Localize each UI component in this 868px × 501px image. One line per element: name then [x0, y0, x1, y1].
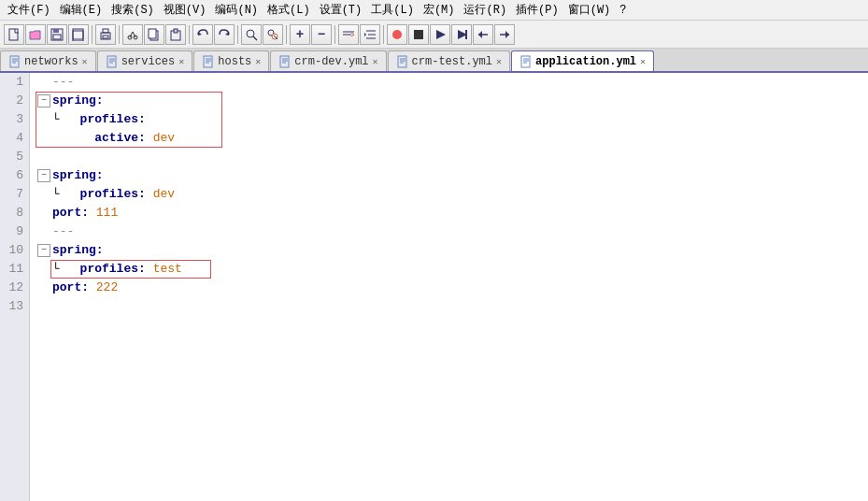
svg-marker-29 — [364, 33, 366, 36]
line11-val: test — [153, 260, 182, 279]
line-num-7: 7 — [6, 185, 23, 204]
line-num-12: 12 — [6, 279, 23, 297]
svg-rect-39 — [10, 56, 19, 67]
svg-rect-47 — [204, 56, 212, 67]
svg-rect-0 — [9, 29, 18, 40]
toolbar-sep6 — [334, 25, 335, 44]
svg-rect-3 — [53, 35, 61, 39]
toolbar-open[interactable] — [25, 24, 46, 45]
menu-macro[interactable]: 宏(M) — [420, 2, 459, 18]
tab-hosts-close[interactable]: ✕ — [255, 56, 261, 67]
toolbar-findreplace[interactable] — [263, 24, 283, 45]
toolbar-find[interactable] — [241, 24, 262, 45]
code-line-10: − spring: — [37, 241, 861, 260]
code-line-13 — [37, 297, 861, 316]
toolbar-sep4 — [237, 25, 238, 44]
svg-rect-16 — [174, 29, 178, 33]
line-num-3: 3 — [6, 110, 23, 129]
tab-crm-test-close[interactable]: ✕ — [496, 56, 502, 67]
code-line-2: − spring: — [37, 92, 861, 110]
tab-networks-close[interactable]: ✕ — [82, 56, 88, 67]
tab-services-label: services — [121, 55, 176, 68]
menu-plugins[interactable]: 插件(P) — [512, 2, 562, 18]
menu-view[interactable]: 视图(V) — [160, 2, 210, 18]
fold-icon-2[interactable]: − — [37, 94, 50, 107]
line-num-2: 2 — [6, 92, 23, 110]
menu-search[interactable]: 搜索(S) — [107, 2, 158, 18]
code-line-6: − spring: — [37, 166, 861, 185]
line-num-8: 8 — [6, 204, 23, 222]
toolbar-print[interactable] — [95, 24, 116, 45]
toolbar-zoom-in[interactable]: + — [290, 24, 310, 45]
fold-icon-10[interactable]: − — [37, 244, 50, 257]
toolbar-copy[interactable] — [144, 24, 164, 45]
toolbar-save[interactable] — [47, 24, 67, 45]
code-line-7: └ profiles: dev — [37, 185, 861, 204]
line4-indent — [52, 129, 58, 148]
tab-application-label: application.yml — [535, 55, 636, 68]
tab-crm-dev-close[interactable]: ✕ — [373, 56, 378, 67]
menu-run[interactable]: 运行(R) — [460, 2, 510, 18]
menu-window[interactable]: 窗口(W) — [564, 2, 615, 18]
line3-indent: └ — [52, 110, 58, 129]
tab-crm-dev-label: crm-dev.yml — [294, 55, 368, 68]
line-num-11: 11 — [6, 260, 23, 279]
tab-networks[interactable]: networks ✕ — [0, 50, 96, 71]
code-line-4: active: dev — [37, 129, 861, 148]
toolbar-macro-save[interactable] — [451, 24, 472, 45]
tab-services-close[interactable]: ✕ — [178, 56, 184, 67]
toolbar-saveall[interactable] — [68, 24, 89, 45]
menu-encode[interactable]: 编码(N) — [211, 2, 262, 18]
svg-point-30 — [392, 30, 402, 39]
toolbar-redo[interactable] — [214, 24, 235, 45]
svg-rect-43 — [107, 56, 116, 67]
editor-content: 1 2 3 4 5 6 7 8 9 10 11 12 13 --- — [0, 73, 868, 501]
tab-crm-test[interactable]: crm-test.yml ✕ — [388, 50, 510, 71]
toolbar-macro-play[interactable] — [430, 24, 450, 45]
line2-key: spring: — [52, 92, 104, 110]
line6-key: spring: — [52, 166, 104, 185]
menu-tools[interactable]: 工具(L) — [367, 2, 418, 18]
menu-format[interactable]: 格式(L) — [263, 2, 314, 18]
menu-settings[interactable]: 设置(T) — [316, 2, 366, 18]
code-line-12: port: 222 — [37, 279, 861, 297]
svg-point-19 — [247, 30, 254, 37]
fold-icon-6[interactable]: − — [37, 169, 50, 182]
line7-indent: └ — [52, 185, 58, 204]
toolbar-macro-rec[interactable] — [387, 24, 407, 45]
svg-rect-14 — [149, 29, 156, 38]
tab-application[interactable]: application.yml ✕ — [511, 50, 654, 71]
svg-rect-31 — [414, 30, 423, 39]
toolbar-zoom-out[interactable]: − — [311, 24, 332, 45]
tab-crm-dev[interactable]: crm-dev.yml ✕ — [270, 50, 386, 71]
toolbar-undo[interactable] — [192, 24, 213, 45]
toolbar-wrap[interactable] — [338, 24, 359, 45]
code-area[interactable]: --- − spring: └ profiles: active: dev — [30, 73, 868, 501]
line-num-13: 13 — [6, 297, 23, 316]
toolbar-cut[interactable] — [122, 24, 143, 45]
tab-application-close[interactable]: ✕ — [640, 56, 646, 67]
code-line-11: └ profiles: test — [37, 260, 861, 279]
toolbar-new[interactable] — [4, 24, 24, 45]
svg-rect-51 — [280, 56, 289, 67]
svg-marker-32 — [436, 30, 446, 39]
toolbar-paste[interactable] — [165, 24, 186, 45]
menu-file[interactable]: 文件(F) — [4, 2, 54, 18]
toolbar-indent[interactable] — [360, 24, 380, 45]
toolbar-sep1 — [92, 25, 92, 44]
toolbar-run-next[interactable] — [494, 24, 515, 45]
line4-key: active: — [65, 129, 153, 148]
tabs-bar: networks ✕ services ✕ hosts ✕ crm-dev.ym… — [0, 49, 868, 73]
toolbar-run-prev[interactable] — [473, 24, 493, 45]
line1-content: --- — [52, 73, 74, 92]
line-num-6: 6 — [6, 166, 23, 185]
line9-content: --- — [52, 222, 74, 241]
menu-edit[interactable]: 编辑(E) — [56, 2, 107, 18]
tab-services[interactable]: services ✕ — [97, 50, 193, 71]
svg-marker-17 — [198, 32, 202, 36]
code-line-9: --- — [37, 222, 861, 241]
tab-hosts[interactable]: hosts ✕ — [193, 50, 269, 71]
line12-key: port: — [52, 279, 96, 297]
menu-help[interactable]: ? — [616, 4, 630, 17]
toolbar-macro-stop[interactable] — [408, 24, 429, 45]
